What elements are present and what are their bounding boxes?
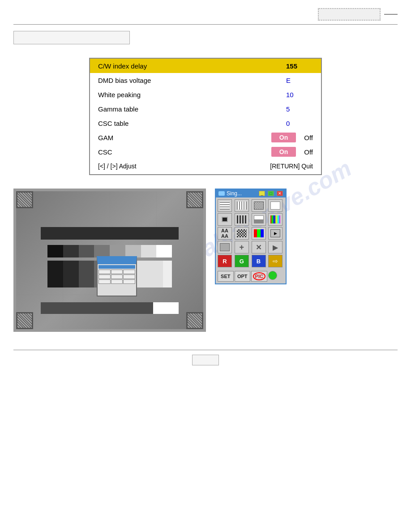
aa-icon: AAAA — [221, 228, 228, 239]
sig-btn-zoom[interactable]: ▶ — [268, 227, 283, 240]
plus-icon: + — [239, 243, 244, 252]
settings-row-gamma: Gamma table 5 — [90, 102, 321, 116]
vlines-icon — [237, 202, 247, 210]
test-pattern-container — [13, 189, 206, 332]
arrow-right-icon: ▶ — [273, 243, 278, 252]
top-bar — [0, 0, 411, 21]
sig-btn-cross[interactable] — [252, 199, 266, 212]
black-bar-top — [41, 227, 179, 240]
stripe-icon — [237, 215, 247, 223]
settings-label-wp: White peaking — [98, 91, 286, 99]
sig-btn-x[interactable]: ✕ — [252, 241, 266, 253]
sig-btn-checker[interactable] — [235, 227, 249, 240]
sig-btn-gray2[interactable] — [252, 213, 266, 226]
checker-icon — [237, 229, 247, 237]
signal-grid: AAAA ▶ + ✕ ▶ — [216, 197, 286, 269]
signal-panel: Sing... _ □ ✕ — [215, 189, 287, 284]
sig-btn-aa[interactable]: AAAA — [218, 227, 232, 240]
page-number-box — [192, 355, 219, 365]
sig-btn-gray-rect[interactable] — [218, 241, 232, 253]
green-dot-button[interactable] — [268, 271, 277, 280]
sig-btn-arrow-color[interactable]: ⇨ — [268, 255, 283, 267]
settings-footer: [<] / [>] Adjust [RETURN] Quit — [90, 159, 321, 174]
pic-label: PIC — [253, 272, 265, 280]
settings-row-gam: GAM On Off — [90, 130, 321, 145]
settings-value-gamma: 5 — [286, 105, 313, 113]
close-button[interactable]: ✕ — [277, 191, 283, 196]
blacksq-icon — [222, 217, 228, 222]
gam-on-button[interactable]: On — [271, 133, 296, 142]
settings-row-cw: C/W index delay 155 — [90, 59, 321, 73]
opt-button[interactable]: OPT — [235, 271, 251, 282]
sig-btn-white[interactable] — [268, 199, 283, 212]
csc-on-button[interactable]: On — [271, 147, 296, 157]
sig-btn-red[interactable]: R — [218, 255, 232, 267]
settings-label-csc-table: CSC table — [98, 120, 286, 127]
settings-value-csc-table: 0 — [286, 120, 313, 127]
settings-label-cw: C/W index delay — [98, 62, 286, 70]
title-box — [13, 31, 130, 44]
pic-button[interactable]: PIC — [251, 271, 267, 282]
cross-icon — [254, 202, 264, 210]
settings-label-gamma: Gamma table — [98, 105, 286, 113]
settings-row-dmd: DMD bias voltage E — [90, 73, 321, 87]
white-icon — [270, 202, 280, 210]
sig-btn-hlines[interactable] — [218, 199, 232, 212]
maximize-button[interactable]: □ — [268, 191, 274, 196]
signal-icon — [218, 191, 225, 196]
settings-value-wp: 10 — [286, 91, 313, 99]
sig-btn-color[interactable] — [268, 213, 283, 226]
gray-rect-icon — [220, 243, 230, 251]
sig-btn-blue[interactable]: B — [252, 255, 266, 267]
settings-row-csc: CSC On Off — [90, 145, 321, 159]
settings-row-wp: White peaking 10 — [90, 87, 321, 102]
rgb-icon — [254, 229, 264, 237]
hlines-icon — [220, 202, 230, 210]
gray-scale-row1 — [47, 245, 172, 257]
minimize-button[interactable]: _ — [259, 191, 265, 196]
footer-adjust-label: [<] / [>] Adjust — [98, 163, 137, 170]
settings-panel: C/W index delay 155 DMD bias voltage E W… — [89, 58, 322, 175]
gam-off-text: Off — [304, 134, 313, 142]
black-bar-bottom — [41, 302, 153, 314]
settings-value-dmd: E — [286, 77, 313, 84]
red-label: R — [223, 258, 227, 265]
small-dialog — [97, 256, 137, 296]
settings-label-gam: GAM — [98, 134, 271, 142]
sig-btn-rgb[interactable] — [252, 227, 266, 240]
test-pattern-bg — [16, 191, 203, 329]
set-button[interactable]: SET — [218, 271, 234, 282]
color-icon — [270, 215, 280, 223]
sig-btn-plus[interactable]: + — [235, 241, 249, 253]
signal-footer: SET OPT PIC — [216, 269, 286, 283]
top-divider — [13, 24, 398, 25]
x-icon: ✕ — [256, 243, 261, 252]
blue-label: B — [257, 258, 261, 265]
csc-off-text: Off — [304, 148, 313, 156]
sig-btn-stripe[interactable] — [235, 213, 249, 226]
sig-btn-vlines[interactable] — [235, 199, 249, 212]
green-label: G — [240, 258, 244, 265]
gray2-icon — [254, 215, 264, 223]
settings-value-cw: 155 — [286, 62, 313, 70]
white-square — [136, 261, 163, 287]
sig-btn-arrow-right[interactable]: ▶ — [268, 241, 283, 253]
settings-row-csc-table: CSC table 0 — [90, 116, 321, 130]
zoom-icon: ▶ — [270, 229, 280, 237]
top-dotted-box — [318, 8, 381, 21]
sig-btn-green[interactable]: G — [235, 255, 249, 267]
bottom-divider — [13, 350, 398, 350]
sig-btn-blacksq[interactable] — [218, 213, 232, 226]
arrow-color-icon: ⇨ — [273, 257, 278, 265]
settings-label-csc: CSC — [98, 148, 271, 156]
bottom-section: Sing... _ □ ✕ — [13, 189, 398, 332]
signal-panel-title-text: Sing... — [227, 190, 256, 197]
signal-panel-titlebar: Sing... _ □ ✕ — [216, 189, 286, 197]
footer-quit-label: [RETURN] Quit — [270, 163, 313, 170]
settings-label-dmd: DMD bias voltage — [98, 77, 286, 84]
